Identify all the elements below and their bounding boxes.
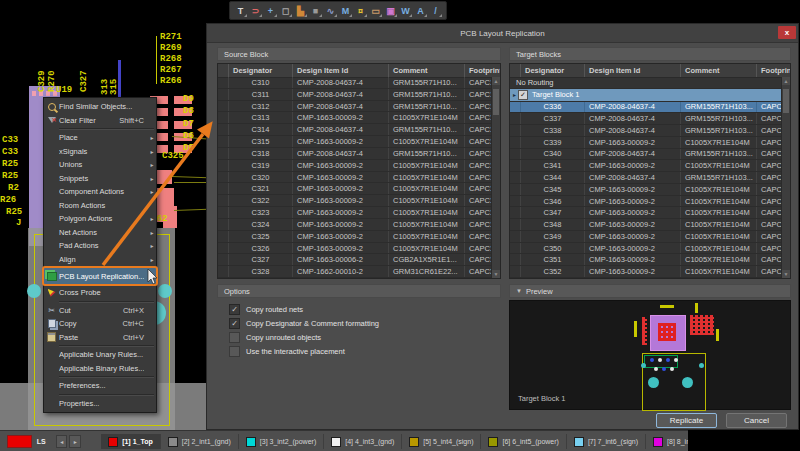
target-blocks-table[interactable]: DesignatorDesign Item IdCommentFootprint… [509,63,791,279]
room-icon[interactable]: ▭ [368,4,383,18]
image-icon[interactable]: ▣ [383,4,398,18]
scroll-down-icon[interactable]: ▼ [492,270,500,278]
column-header-comment[interactable]: Comment [680,64,756,77]
key-icon[interactable]: ¤ [353,4,368,18]
menu-item-copy[interactable]: CopyCtrl+C [44,317,156,331]
layer-tab-1-1-top[interactable]: [1] 1_Top [101,434,161,449]
measure-icon[interactable]: M [338,4,353,18]
layer-tab-5-5-int4-sign[interactable]: [5] 5_int4_(sign) [402,434,481,449]
table-row[interactable]: C326CMP-1663-00009-2C1005X7R1E104MCAPC10… [218,243,492,255]
option-copy-routed-nets[interactable]: ✓Copy routed nets [229,302,501,316]
route-icon[interactable]: ∿ [323,4,338,18]
column-header-design-item-id[interactable]: Design Item Id [584,64,680,77]
collapse-icon[interactable]: ▼ [516,288,522,294]
option-copy-designator-comment-formatting[interactable]: ✓Copy Designator & Comment formatting [229,316,501,330]
checkbox-icon[interactable] [229,346,240,357]
column-header-design-item-id[interactable]: Design Item Id [292,64,388,77]
scroll-thumb[interactable] [783,89,789,113]
current-layer-swatch[interactable] [7,435,32,448]
table-row[interactable]: C322CMP-1663-00009-2C1005X7R1E104MCAPC10… [218,195,492,207]
checkbox-icon[interactable]: ✓ [229,304,240,315]
fill-icon[interactable]: ■ [308,4,323,18]
scroll-down-icon[interactable]: ▼ [782,270,790,278]
table-row[interactable]: C323CMP-1663-00009-2C1005X7R1E104MCAPC10… [218,207,492,219]
table-row[interactable]: C318CMP-2008-04637-4GRM155R71H10...CAPC1… [218,148,492,160]
scroll-layers-left-icon[interactable]: ◂ [56,435,68,448]
table-row[interactable]: C336CMP-2008-04637-4GRM155R71H103...CAPC… [510,102,782,114]
table-row[interactable]: C327CMP-1663-00006-2CGB2A1X5R1E1...CAPC1… [218,254,492,266]
layer-tab-2-2-int1-gnd[interactable]: [2] 2_int1_(gnd) [161,434,239,449]
checkbox-icon[interactable] [229,332,240,343]
scroll-up-icon[interactable]: ▲ [782,77,790,85]
menu-item-align[interactable]: Align▸ [44,253,156,267]
column-header-designator[interactable]: Designator [228,64,292,77]
source-table-scrollbar[interactable]: ▲ ▼ [491,77,500,278]
menu-item-pad-actions[interactable]: Pad Actions▸ [44,239,156,253]
line-icon[interactable]: / [428,4,443,18]
polygon-pour-icon[interactable]: ▙ [293,4,308,18]
menu-item-room-actions[interactable]: Room Actions [44,199,156,213]
select-filter-icon[interactable]: T [233,4,248,18]
table-row[interactable]: C328CMP-1662-00010-2GRM31CR61E22...CAPC3… [218,266,492,278]
option-copy-unrouted-objects[interactable]: Copy unrouted objects [229,330,501,344]
column-header-designator[interactable]: Designator [520,64,584,77]
table-row[interactable]: C346CMP-1663-00009-2C1005X7R1E104MCAPC10… [510,196,782,208]
table-row[interactable]: C352CMP-1663-00009-2C1005X7R1E104MCAPC10… [510,266,782,278]
scroll-up-icon[interactable]: ▲ [492,77,500,85]
scroll-thumb[interactable] [493,89,499,115]
table-row[interactable]: C350CMP-1663-00009-2C1005X7R1E104MCAPC10… [510,243,782,255]
menu-item-clear-filter[interactable]: Clear FilterShift+C [44,114,156,128]
checkbox-icon[interactable]: ✓ [229,318,240,329]
replicate-button[interactable]: Replicate [656,413,717,428]
table-row[interactable]: C319CMP-1663-00009-2C1005X7R1E104MCAPC10… [218,160,492,172]
menu-item-snippets[interactable]: Snippets▸ [44,172,156,186]
menu-item-polygon-actions[interactable]: Polygon Actions▸ [44,212,156,226]
table-row[interactable]: C313CMP-1663-00009-2C1005X7R1E104MCAPC10… [218,112,492,124]
menu-item-applicable-binary-rules[interactable]: Applicable Binary Rules... [44,362,156,376]
layer-tab-4-4-int3-gnd[interactable]: [4] 4_int3_(gnd) [324,434,402,449]
menu-item-properties[interactable]: Properties... [44,397,156,411]
menu-item-net-actions[interactable]: Net Actions▸ [44,226,156,240]
menu-item-unions[interactable]: Unions▸ [44,158,156,172]
layer-tab-3-3-int2-power[interactable]: [3] 3_int2_(power) [239,434,324,449]
scroll-layers-right-icon[interactable]: ▸ [69,435,81,448]
close-icon[interactable]: x [778,26,796,39]
menu-item-cut[interactable]: CutCtrl+X [44,304,156,318]
table-row[interactable]: C340CMP-2008-04637-4GRM155R71H103...CAPC… [510,149,782,161]
text-string-icon[interactable]: A [413,4,428,18]
option-use-the-interactive-placement[interactable]: Use the interactive placement [229,344,501,358]
menu-item-paste[interactable]: PasteCtrl+V [44,331,156,345]
table-row[interactable]: C347CMP-1663-00009-2C1005X7R1E104MCAPC10… [510,207,782,219]
menu-item-preferences[interactable]: Preferences... [44,379,156,393]
table-row[interactable]: C338CMP-2008-04637-4GRM155R71H103...CAPC… [510,125,782,137]
source-block-table[interactable]: DesignatorDesign Item IdCommentFootprint… [217,63,501,279]
menu-item-place[interactable]: Place▸ [44,131,156,145]
menu-item-cross-probe[interactable]: Cross Probe [44,286,156,300]
target-table-scrollbar[interactable]: ▲ ▼ [781,77,790,278]
table-row[interactable]: C351CMP-1663-00009-2C1005X7R1E104MCAPC10… [510,254,782,266]
column-header-footprint[interactable]: Footprint [464,64,500,77]
waveform-icon[interactable]: W [398,4,413,18]
menu-item-find-similar-objects[interactable]: Find Similar Objects... [44,100,156,114]
table-row[interactable]: C324CMP-1663-00009-2C1005X7R1E104MCAPC10… [218,219,492,231]
magnet-icon[interactable]: ⊃ [248,4,263,18]
cancel-button[interactable]: Cancel [726,413,787,428]
table-row[interactable]: C312CMP-2008-04637-4GRM155R71H10...CAPC1… [218,101,492,113]
table-row[interactable]: C348CMP-1663-00009-2C1005X7R1E104MCAPC10… [510,219,782,231]
table-row[interactable]: C341CMP-1663-00009-2C1005X7R1E104MCAPC10… [510,160,782,172]
table-row[interactable]: C325CMP-1663-00009-2C1005X7R1E104MCAPC10… [218,231,492,243]
table-row[interactable]: C315CMP-1663-00009-2C1005X7R1E104MCAPC10… [218,136,492,148]
menu-item-component-actions[interactable]: Component Actions▸ [44,185,156,199]
table-row[interactable]: C314CMP-2008-04637-4GRM155R71H10...CAPC1… [218,124,492,136]
table-group-row[interactable]: No Routing [510,77,782,89]
table-row[interactable]: C344CMP-2008-04637-4GRM155R71H103...CAPC… [510,172,782,184]
column-header-comment[interactable]: Comment [388,64,464,77]
target-block-row[interactable]: ▸✓Target Block 1 [510,89,782,102]
column-header-footprint[interactable]: Footprint [756,64,790,77]
layer-tab-6-6-int5-power[interactable]: [6] 6_int5_(power) [481,434,566,449]
dialog-titlebar[interactable]: PCB Layout Replication x [207,24,798,43]
table-row[interactable]: C349CMP-1663-00009-2C1005X7R1E104MCAPC10… [510,231,782,243]
table-row[interactable]: C339CMP-1663-00009-2C1005X7R1E104MCAPC10… [510,137,782,149]
table-row[interactable]: C337CMP-2008-04637-4GRM155R71H103...CAPC… [510,113,782,125]
table-row[interactable]: C321CMP-1663-00009-2C1005X7R1E104MCAPC10… [218,183,492,195]
